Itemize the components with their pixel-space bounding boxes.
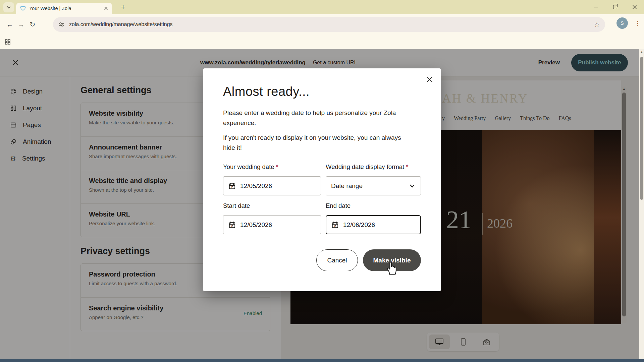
tab-title: Your Website | Zola [29, 6, 104, 11]
start-date-input[interactable]: 2 12/05/2026 [223, 215, 321, 234]
wedding-date-input[interactable]: 2 12/05/2026 [223, 176, 321, 195]
bookmark-star-icon[interactable]: ☆ [594, 21, 600, 28]
modal-title: Almost ready... [223, 84, 310, 99]
close-icon [426, 76, 433, 83]
chevron-down-icon [409, 182, 416, 190]
calendar-icon: 2 [228, 221, 236, 229]
wedding-date-modal: Almost ready... Please enter a wedding d… [203, 68, 441, 291]
browser-tab-strip: Your Website | Zola + [0, 0, 644, 14]
calendar-icon: 2 [331, 221, 339, 229]
tab-search-button[interactable] [3, 2, 14, 12]
url-text: zola.com/wedding/manage/website/settings [69, 21, 594, 27]
calendar-icon: 2 [228, 182, 236, 190]
close-icon [632, 5, 637, 9]
window-minimize-button[interactable] [586, 0, 605, 14]
end-date-input[interactable]: 2 12/06/2026 [326, 215, 421, 234]
bookmarks-bar [0, 35, 644, 49]
modal-close-button[interactable] [425, 75, 434, 84]
window-close-button[interactable] [625, 0, 644, 14]
chevron-down-icon [6, 5, 11, 10]
tab-close-icon[interactable] [104, 6, 108, 10]
svg-text:2: 2 [231, 185, 233, 188]
hand-cursor [385, 261, 398, 276]
svg-text:2: 2 [231, 224, 233, 227]
cancel-button[interactable]: Cancel [316, 249, 358, 271]
taskbar-edge [0, 359, 644, 362]
url-bar[interactable]: zola.com/wedding/manage/website/settings… [53, 17, 605, 32]
forward-button[interactable]: → [15, 19, 27, 30]
svg-text:2: 2 [334, 224, 336, 227]
scroll-up-arrow[interactable]: ▲ [639, 50, 644, 54]
tune-icon [58, 21, 64, 27]
browser-tab[interactable]: Your Website | Zola [16, 3, 112, 14]
browser-toolbar: ← → ↻ zola.com/wedding/manage/website/se… [0, 14, 644, 35]
end-date-label: End date [326, 202, 351, 209]
required-asterisk: * [406, 163, 408, 170]
start-date-label: Start date [223, 202, 250, 209]
page-scrollbar[interactable]: ▲ [639, 49, 644, 362]
profile-avatar[interactable]: S [616, 17, 628, 29]
reload-button[interactable]: ↻ [27, 19, 38, 30]
modal-body-paragraph-1: Please enter a wedding date to help us p… [223, 108, 396, 128]
display-format-label: Wedding date display format* [326, 163, 408, 171]
new-tab-button[interactable]: + [118, 2, 128, 12]
back-button[interactable]: ← [4, 19, 15, 30]
zola-heart-favicon [20, 6, 26, 11]
window-restore-button[interactable] [606, 0, 625, 14]
browser-menu-icon[interactable]: ⋮ [633, 17, 642, 29]
apps-grid-icon[interactable] [5, 39, 11, 45]
display-format-select[interactable]: Date range [326, 176, 421, 195]
wedding-date-label: Your wedding date* [223, 163, 278, 171]
scrollbar-thumb[interactable] [640, 57, 643, 200]
required-asterisk: * [276, 163, 278, 170]
restore-icon [613, 5, 617, 9]
modal-body-paragraph-2: If you aren't ready to display it on you… [223, 133, 401, 153]
